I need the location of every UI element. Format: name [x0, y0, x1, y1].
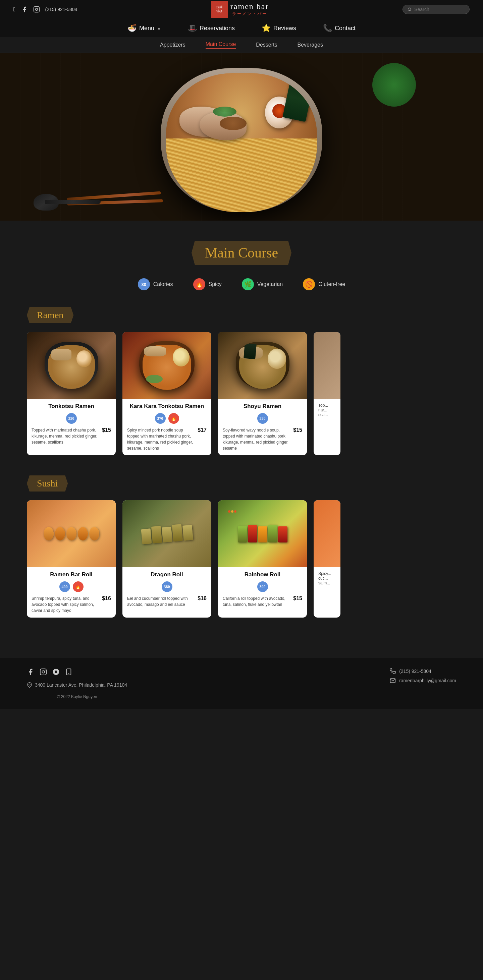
sub-nav-main-course[interactable]: Main Course — [206, 41, 236, 49]
tonkotsu-card-title: Tonkotsu Ramen — [32, 403, 111, 410]
dragon-roll-title: Dragon Roll — [127, 571, 207, 578]
rainbow-roll-badges: 390 — [223, 581, 302, 592]
ramen-bar-roll-image — [27, 500, 116, 567]
footer-phone-text: (215) 921-5804 — [399, 668, 431, 674]
svg-rect-0 — [33, 7, 39, 13]
logo-icon: 拉麺塔楼 — [211, 1, 228, 18]
card-rainbow-roll[interactable]: Rainbow Roll 390 California roll topped … — [218, 500, 307, 617]
card-sushi-partial[interactable]: Spicy... cuc... salm... — [314, 500, 340, 617]
footer-right: (215) 921-5804 ramenbarphilly@gmail.com — [390, 668, 456, 684]
svg-point-7 — [45, 670, 46, 671]
footer-facebook-icon[interactable] — [27, 668, 34, 676]
card-dragon-roll[interactable]: Dragon Roll 380 Eel and cucumber roll to… — [123, 500, 211, 617]
footer-left: 3400 Lancaster Ave, Philadelphia, PA 191… — [27, 668, 127, 699]
card-kara-kara-ramen[interactable]: Kara Kara Tonkotsu Ramen 370 🔥 Spicy min… — [123, 332, 211, 455]
nav-menu[interactable]: 🍜 Menu ▲ — [128, 24, 161, 32]
search-box[interactable] — [403, 5, 470, 14]
kara-kara-card-title: Kara Kara Tonkotsu Ramen — [127, 403, 207, 410]
ramen-bar-roll-footer: Shrimp tempura, spicy tuna, and avocado … — [32, 595, 111, 614]
nav-reviews[interactable]: ⭐ Reviews — [261, 24, 296, 32]
calories-icon: 80 — [138, 278, 150, 290]
ramen-category-label: Ramen — [27, 307, 73, 323]
facebook-icon[interactable]:  — [13, 6, 16, 13]
shoyu-calories-badge: 330 — [257, 413, 268, 424]
ramen-bar-roll-desc: Shrimp tempura, spicy tuna, and avocado … — [32, 595, 99, 614]
search-icon — [408, 7, 411, 12]
ramen-bar-roll-title: Ramen Bar Roll — [32, 571, 111, 578]
section-title: Main Course — [191, 241, 292, 265]
hero — [0, 53, 483, 221]
gluten-free-label: Gluten-free — [318, 281, 345, 287]
shoyu-ramen-image — [218, 332, 307, 399]
footer-email-text: ramenbarphilly@gmail.com — [399, 678, 456, 683]
kara-kara-card-body: Kara Kara Tonkotsu Ramen 370 🔥 Spicy min… — [123, 399, 211, 455]
card-ramen-bar-roll[interactable]: Ramen Bar Roll 400 🔥 Shrimp tempura, spi… — [27, 500, 116, 617]
tonkotsu-footer: Topped with marinated chashu pork, kikur… — [32, 427, 111, 445]
shoyu-footer: Soy-flavored wavy noodle soup, topped wi… — [223, 427, 302, 451]
footer: 3400 Lancaster Ave, Philadelphia, PA 191… — [0, 658, 483, 709]
shoyu-badges: 330 — [223, 413, 302, 424]
card-ramen-partial[interactable]: Top... nar... sca... — [314, 332, 340, 455]
legend-calories: 80 Calories — [138, 278, 173, 290]
legend-spicy: 🔥 Spicy — [193, 278, 222, 290]
nav-contact[interactable]: 📞 Contact — [323, 24, 355, 32]
nav-reservations[interactable]: 🎩 Reservations — [188, 24, 235, 32]
footer-social — [27, 668, 127, 676]
location-icon — [27, 682, 32, 688]
spicy-icon: 🔥 — [193, 278, 205, 290]
sub-nav-desserts[interactable]: Desserts — [256, 42, 277, 48]
facebook-icon-svg[interactable] — [21, 6, 28, 13]
ramen-section: Ramen — [0, 301, 483, 329]
ramen-bar-roll-calories: 400 — [59, 581, 70, 592]
dragon-roll-calories: 380 — [162, 581, 172, 592]
dragon-roll-desc: Eel and cucumber roll topped with avocad… — [127, 595, 194, 608]
nav-reservations-label: Reservations — [199, 25, 235, 32]
phone-number: (215) 921-5804 — [45, 7, 78, 12]
ramen-bar-roll-badges: 400 🔥 — [32, 581, 111, 592]
rainbow-roll-card-body: Rainbow Roll 390 California roll topped … — [218, 567, 307, 611]
sub-nav-appetizers[interactable]: Appetizers — [160, 42, 185, 48]
reviews-icon: ⭐ — [261, 24, 271, 32]
ramen-bar-roll-price: $16 — [102, 595, 111, 601]
dragon-roll-price: $16 — [198, 595, 207, 601]
rainbow-roll-image — [218, 500, 307, 567]
rainbow-roll-price: $15 — [293, 595, 302, 601]
footer-app-icon[interactable] — [65, 668, 72, 676]
brand-name: ramen bar — [230, 2, 269, 11]
spicy-label: Spicy — [209, 281, 222, 287]
kara-kara-calories-badge: 370 — [155, 413, 166, 424]
legend-gluten-free: 🚫 Gluten-free — [303, 278, 345, 290]
footer-yelp-icon[interactable] — [52, 668, 60, 676]
footer-email: ramenbarphilly@gmail.com — [390, 678, 456, 684]
nav-menu-chevron: ▲ — [157, 26, 161, 30]
instagram-icon-svg[interactable] — [33, 6, 40, 13]
ramen-partial-desc: Top... nar... sca... — [318, 403, 336, 417]
rainbow-roll-footer: California roll topped with avocado, tun… — [223, 595, 302, 608]
gluten-free-icon: 🚫 — [303, 278, 315, 290]
ramen-bar-roll-spicy: 🔥 — [73, 581, 83, 592]
footer-phone: (215) 921-5804 — [390, 668, 456, 674]
legend-vegetarian: 🌿 Vegetarian — [242, 278, 283, 290]
card-tonkotsu-ramen[interactable]: Tonkotsu Ramen 350 Topped with marinated… — [27, 332, 116, 455]
kara-kara-spicy-badge: 🔥 — [168, 413, 179, 424]
sub-nav-beverages[interactable]: Beverages — [297, 42, 323, 48]
dragon-roll-image — [123, 500, 211, 567]
ramen-partial-body: Top... nar... sca... — [314, 399, 340, 421]
svg-point-1 — [35, 8, 38, 11]
contact-icon: 📞 — [323, 24, 332, 32]
logo[interactable]: 拉麺塔楼 ramen bar ラーメン・バー — [211, 1, 269, 18]
rainbow-roll-title: Rainbow Roll — [223, 571, 302, 578]
vegetarian-icon: 🌿 — [242, 278, 254, 290]
footer-instagram-icon[interactable] — [40, 668, 47, 676]
shoyu-card-title: Shoyu Ramen — [223, 403, 302, 410]
reservations-icon: 🎩 — [188, 24, 197, 32]
search-input[interactable] — [414, 7, 465, 12]
footer-copyright: © 2022 Kaylie Nguyen — [27, 694, 127, 699]
tonkotsu-price: $15 — [102, 427, 111, 433]
tonkotsu-description: Topped with marinated chashu pork, kikur… — [32, 427, 99, 445]
svg-point-3 — [408, 8, 411, 10]
card-shoyu-ramen[interactable]: Shoyu Ramen 330 Soy-flavored wavy noodle… — [218, 332, 307, 455]
footer-phone-icon — [390, 668, 396, 674]
nav-bar: 🍜 Menu ▲ 🎩 Reservations ⭐ Reviews 📞 Cont… — [0, 19, 483, 37]
section-title-container: Main Course — [0, 241, 483, 265]
